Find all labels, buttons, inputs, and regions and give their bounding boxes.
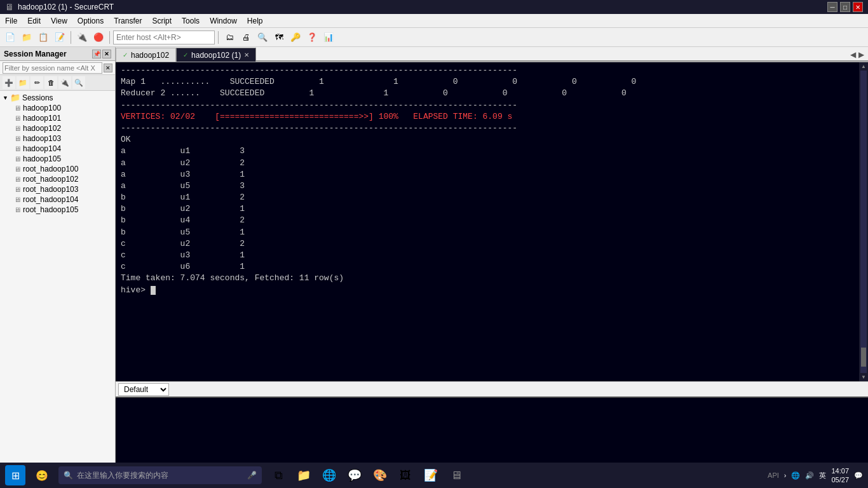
start-button[interactable]: ⊞ xyxy=(5,465,25,485)
toolbar-disconnect[interactable]: 🔴 xyxy=(91,30,106,45)
input-dropdown[interactable]: Default xyxy=(118,383,169,396)
scroll-up[interactable]: ▲ xyxy=(861,64,866,69)
session-hadoop104[interactable]: 🖥 hadoop104 xyxy=(0,144,115,154)
host-input[interactable] xyxy=(113,30,215,44)
toolbar-copy[interactable]: 📋 xyxy=(36,30,51,45)
terminal-line-bu2: b u2 1 xyxy=(121,203,854,215)
session-delete-btn[interactable]: 🗑 xyxy=(44,76,57,89)
menu-edit[interactable]: Edit xyxy=(22,14,46,27)
taskbar-photos[interactable]: 🖼 xyxy=(394,464,417,487)
bottom-input-area[interactable] xyxy=(116,396,868,473)
terminal-line-bu4: b u4 2 xyxy=(121,215,854,226)
scroll-down[interactable]: ▼ xyxy=(861,374,866,380)
terminal-line-cu3: c u3 1 xyxy=(121,250,854,261)
session-root-hadoop105[interactable]: 🖥 root_hadoop105 xyxy=(0,205,115,215)
terminal-line-au1: a u1 3 xyxy=(121,146,854,157)
taskbar-securecrt[interactable]: 🖥 xyxy=(445,464,468,487)
taskbar-volume: 🔊 xyxy=(805,471,814,480)
session-root-hadoop100[interactable]: 🖥 root_hadoop100 xyxy=(0,164,115,174)
toolbar-connect[interactable]: 🔌 xyxy=(74,30,90,45)
taskbar-word[interactable]: 📝 xyxy=(419,464,442,487)
toolbar-new[interactable]: 📄 xyxy=(3,30,18,45)
session-connect-btn[interactable]: 🔌 xyxy=(58,76,71,89)
toolbar-key[interactable]: 🔑 xyxy=(288,30,303,45)
toolbar-sftp[interactable]: 🗂 xyxy=(222,30,237,45)
terminal-scrollbar[interactable]: ▲ ▼ xyxy=(859,62,868,381)
session-root-hadoop103[interactable]: 🖥 root_hadoop103 xyxy=(0,184,115,194)
toolbar-sep-2 xyxy=(109,31,110,44)
taskbar-cortana[interactable]: 😊 xyxy=(31,464,53,487)
session-panel-pin[interactable]: 📌 xyxy=(92,50,101,58)
toolbar-find[interactable]: 🔍 xyxy=(255,30,270,45)
minimize-button[interactable]: ─ xyxy=(827,2,837,12)
session-folder-btn[interactable]: 📁 xyxy=(17,76,29,89)
session-hadoop101[interactable]: 🖥 hadoop101 xyxy=(0,113,115,123)
toolbar-paste[interactable]: 📝 xyxy=(52,30,67,45)
sessions-folder[interactable]: ▼ 📁 Sessions xyxy=(0,92,115,103)
toolbar-open[interactable]: 📁 xyxy=(19,30,34,45)
session-root-hadoop102[interactable]: 🖥 root_hadoop102 xyxy=(0,174,115,184)
session-tree: ▼ 📁 Sessions 🖥 hadoop100 🖥 hadoop101 🖥 h… xyxy=(0,91,115,473)
terminal-line-au3: a u3 1 xyxy=(121,169,854,180)
session-hadoop100[interactable]: 🖥 hadoop100 xyxy=(0,103,115,113)
terminal-line-cu2: c u2 2 xyxy=(121,238,854,250)
menu-bar: File Edit View Options Transfer Script T… xyxy=(0,14,868,28)
tab-next[interactable]: ▶ xyxy=(857,49,865,60)
toolbar-map[interactable]: 🗺 xyxy=(271,30,287,45)
taskbar-sublime[interactable]: 🎨 xyxy=(369,464,391,487)
menu-window[interactable]: Window xyxy=(205,14,242,27)
taskbar-right: API › 🌐 🔊 英 14:07 05/27 💬 xyxy=(768,466,863,485)
session-new-btn[interactable]: ➕ xyxy=(3,76,15,89)
tab-prev[interactable]: ◀ xyxy=(849,49,857,60)
terminal-line-timetaken: Time taken: 7.074 seconds, Fetched: 11 r… xyxy=(121,273,854,284)
menu-tools[interactable]: Tools xyxy=(177,14,205,27)
filter-clear-button[interactable]: ✕ xyxy=(104,64,112,72)
toolbar-chart[interactable]: 📊 xyxy=(321,30,336,45)
session-panel-title: Session Manager xyxy=(4,50,67,58)
taskbar-clock: 14:07 05/27 xyxy=(831,466,849,485)
session-edit-btn[interactable]: ✏ xyxy=(31,76,43,89)
terminal-line-au2: a u2 2 xyxy=(121,158,854,169)
taskbar-explorer[interactable]: 📁 xyxy=(292,464,315,487)
maximize-button[interactable]: □ xyxy=(840,2,850,12)
taskbar-search[interactable]: 🔍 在这里输入你要搜索的内容 🎤 xyxy=(58,466,262,484)
menu-options[interactable]: Options xyxy=(72,14,109,27)
menu-transfer[interactable]: Transfer xyxy=(109,14,147,27)
scroll-track[interactable] xyxy=(860,71,867,373)
taskbar-notifications[interactable]: 💬 xyxy=(854,471,863,480)
taskbar-chat[interactable]: 💬 xyxy=(343,464,366,487)
taskbar-network: 🌐 xyxy=(791,471,800,480)
session-filter-input[interactable] xyxy=(3,62,102,74)
taskbar-task-view[interactable]: ⧉ xyxy=(267,464,290,487)
toolbar-help[interactable]: ❓ xyxy=(304,30,320,45)
tab-hadoop102-1[interactable]: ✓ hadoop102 (1) ✕ xyxy=(176,48,256,62)
session-hadoop105[interactable]: 🖥 hadoop105 xyxy=(0,154,115,164)
toolbar: 📄 📁 📋 📝 🔌 🔴 🗂 🖨 🔍 🗺 🔑 ❓ 📊 xyxy=(0,28,868,47)
session-panel-close[interactable]: ✕ xyxy=(102,50,111,58)
tab-hadoop102[interactable]: ✓ hadoop102 xyxy=(116,48,176,62)
taskbar-date: 05/27 xyxy=(831,475,849,484)
menu-help[interactable]: Help xyxy=(242,14,268,27)
terminal-line-cu6: c u6 1 xyxy=(121,261,854,273)
session-root-hadoop104[interactable]: 🖥 root_hadoop104 xyxy=(0,194,115,205)
menu-file[interactable]: File xyxy=(0,14,22,27)
tab-close-button[interactable]: ✕ xyxy=(244,51,249,58)
session-hadoop103[interactable]: 🖥 hadoop103 xyxy=(0,133,115,144)
menu-script[interactable]: Script xyxy=(147,14,177,27)
scroll-thumb[interactable] xyxy=(861,348,866,367)
toolbar-print[interactable]: 🖨 xyxy=(238,30,254,45)
menu-view[interactable]: View xyxy=(46,14,72,27)
terminal-line-bu5: b u5 1 xyxy=(121,227,854,238)
taskbar-edge[interactable]: 🌐 xyxy=(318,464,341,487)
input-bar: Default xyxy=(116,381,868,396)
session-search-btn[interactable]: 🔍 xyxy=(72,76,85,89)
close-button[interactable]: ✕ xyxy=(853,2,863,12)
terminal-content[interactable]: ----------------------------------------… xyxy=(116,62,859,381)
terminal-line-map: Map 1 .......... SUCCEEDED 1 1 0 0 0 0 xyxy=(121,76,854,88)
session-panel-header: Session Manager 📌 ✕ xyxy=(0,47,115,61)
taskbar-time: 14:07 xyxy=(831,466,849,475)
taskbar-expand[interactable]: › xyxy=(784,471,787,479)
session-panel: Session Manager 📌 ✕ ✕ ➕ 📁 ✏ 🗑 🔌 🔍 xyxy=(0,47,116,473)
session-hadoop102[interactable]: 🖥 hadoop102 xyxy=(0,123,115,133)
taskbar-search-placeholder: 在这里输入你要搜索的内容 xyxy=(77,470,168,481)
